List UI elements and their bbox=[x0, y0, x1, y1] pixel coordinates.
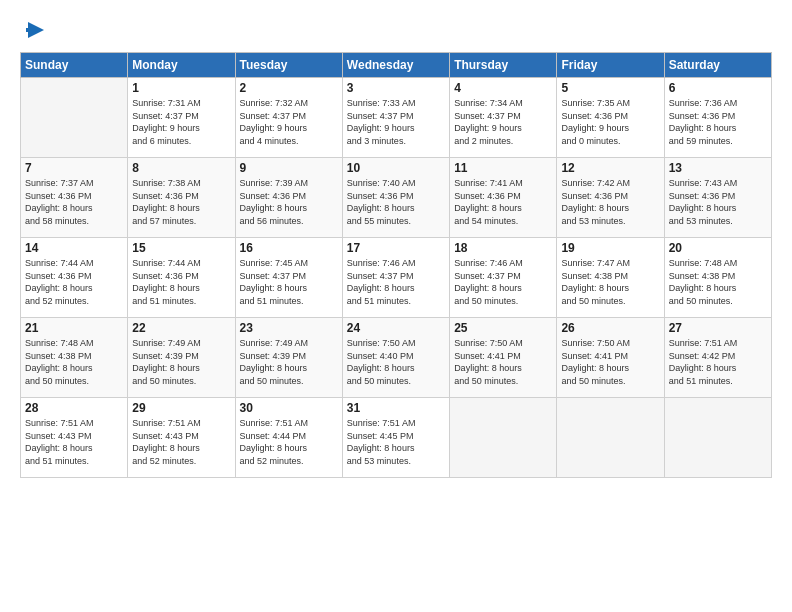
day-cell: 31Sunrise: 7:51 AMSunset: 4:45 PMDayligh… bbox=[342, 398, 449, 478]
day-number: 30 bbox=[240, 401, 338, 415]
day-cell: 23Sunrise: 7:49 AMSunset: 4:39 PMDayligh… bbox=[235, 318, 342, 398]
day-cell: 14Sunrise: 7:44 AMSunset: 4:36 PMDayligh… bbox=[21, 238, 128, 318]
day-number: 15 bbox=[132, 241, 230, 255]
day-number: 24 bbox=[347, 321, 445, 335]
day-number: 16 bbox=[240, 241, 338, 255]
day-cell: 29Sunrise: 7:51 AMSunset: 4:43 PMDayligh… bbox=[128, 398, 235, 478]
day-cell: 26Sunrise: 7:50 AMSunset: 4:41 PMDayligh… bbox=[557, 318, 664, 398]
day-cell: 25Sunrise: 7:50 AMSunset: 4:41 PMDayligh… bbox=[450, 318, 557, 398]
day-info: Sunrise: 7:51 AMSunset: 4:44 PMDaylight:… bbox=[240, 418, 309, 466]
day-number: 10 bbox=[347, 161, 445, 175]
header-cell-sunday: Sunday bbox=[21, 53, 128, 78]
day-info: Sunrise: 7:40 AMSunset: 4:36 PMDaylight:… bbox=[347, 178, 416, 226]
day-number: 6 bbox=[669, 81, 767, 95]
logo-icon bbox=[24, 18, 48, 42]
day-number: 7 bbox=[25, 161, 123, 175]
day-number: 12 bbox=[561, 161, 659, 175]
day-info: Sunrise: 7:41 AMSunset: 4:36 PMDaylight:… bbox=[454, 178, 523, 226]
day-number: 22 bbox=[132, 321, 230, 335]
day-info: Sunrise: 7:37 AMSunset: 4:36 PMDaylight:… bbox=[25, 178, 94, 226]
calendar-table: SundayMondayTuesdayWednesdayThursdayFrid… bbox=[20, 52, 772, 478]
day-info: Sunrise: 7:32 AMSunset: 4:37 PMDaylight:… bbox=[240, 98, 309, 146]
day-cell: 6Sunrise: 7:36 AMSunset: 4:36 PMDaylight… bbox=[664, 78, 771, 158]
header-row: SundayMondayTuesdayWednesdayThursdayFrid… bbox=[21, 53, 772, 78]
day-cell: 3Sunrise: 7:33 AMSunset: 4:37 PMDaylight… bbox=[342, 78, 449, 158]
day-info: Sunrise: 7:39 AMSunset: 4:36 PMDaylight:… bbox=[240, 178, 309, 226]
day-cell: 19Sunrise: 7:47 AMSunset: 4:38 PMDayligh… bbox=[557, 238, 664, 318]
day-info: Sunrise: 7:43 AMSunset: 4:36 PMDaylight:… bbox=[669, 178, 738, 226]
day-cell: 9Sunrise: 7:39 AMSunset: 4:36 PMDaylight… bbox=[235, 158, 342, 238]
day-info: Sunrise: 7:50 AMSunset: 4:40 PMDaylight:… bbox=[347, 338, 416, 386]
day-cell: 12Sunrise: 7:42 AMSunset: 4:36 PMDayligh… bbox=[557, 158, 664, 238]
day-number: 29 bbox=[132, 401, 230, 415]
day-number: 25 bbox=[454, 321, 552, 335]
page: SundayMondayTuesdayWednesdayThursdayFrid… bbox=[0, 0, 792, 612]
day-info: Sunrise: 7:44 AMSunset: 4:36 PMDaylight:… bbox=[132, 258, 201, 306]
day-info: Sunrise: 7:50 AMSunset: 4:41 PMDaylight:… bbox=[561, 338, 630, 386]
day-info: Sunrise: 7:47 AMSunset: 4:38 PMDaylight:… bbox=[561, 258, 630, 306]
day-info: Sunrise: 7:50 AMSunset: 4:41 PMDaylight:… bbox=[454, 338, 523, 386]
day-number: 28 bbox=[25, 401, 123, 415]
day-info: Sunrise: 7:51 AMSunset: 4:43 PMDaylight:… bbox=[25, 418, 94, 466]
day-info: Sunrise: 7:49 AMSunset: 4:39 PMDaylight:… bbox=[240, 338, 309, 386]
day-cell: 1Sunrise: 7:31 AMSunset: 4:37 PMDaylight… bbox=[128, 78, 235, 158]
day-number: 3 bbox=[347, 81, 445, 95]
logo bbox=[20, 18, 48, 42]
day-cell: 4Sunrise: 7:34 AMSunset: 4:37 PMDaylight… bbox=[450, 78, 557, 158]
day-cell: 16Sunrise: 7:45 AMSunset: 4:37 PMDayligh… bbox=[235, 238, 342, 318]
day-cell: 24Sunrise: 7:50 AMSunset: 4:40 PMDayligh… bbox=[342, 318, 449, 398]
day-cell: 30Sunrise: 7:51 AMSunset: 4:44 PMDayligh… bbox=[235, 398, 342, 478]
day-cell: 28Sunrise: 7:51 AMSunset: 4:43 PMDayligh… bbox=[21, 398, 128, 478]
day-number: 31 bbox=[347, 401, 445, 415]
day-cell: 13Sunrise: 7:43 AMSunset: 4:36 PMDayligh… bbox=[664, 158, 771, 238]
day-info: Sunrise: 7:44 AMSunset: 4:36 PMDaylight:… bbox=[25, 258, 94, 306]
day-number: 5 bbox=[561, 81, 659, 95]
header bbox=[20, 18, 772, 42]
day-number: 23 bbox=[240, 321, 338, 335]
day-number: 26 bbox=[561, 321, 659, 335]
day-info: Sunrise: 7:38 AMSunset: 4:36 PMDaylight:… bbox=[132, 178, 201, 226]
day-number: 21 bbox=[25, 321, 123, 335]
day-number: 8 bbox=[132, 161, 230, 175]
day-info: Sunrise: 7:31 AMSunset: 4:37 PMDaylight:… bbox=[132, 98, 201, 146]
day-info: Sunrise: 7:51 AMSunset: 4:42 PMDaylight:… bbox=[669, 338, 738, 386]
day-cell: 27Sunrise: 7:51 AMSunset: 4:42 PMDayligh… bbox=[664, 318, 771, 398]
header-cell-friday: Friday bbox=[557, 53, 664, 78]
day-cell: 2Sunrise: 7:32 AMSunset: 4:37 PMDaylight… bbox=[235, 78, 342, 158]
day-number: 1 bbox=[132, 81, 230, 95]
day-info: Sunrise: 7:35 AMSunset: 4:36 PMDaylight:… bbox=[561, 98, 630, 146]
header-cell-wednesday: Wednesday bbox=[342, 53, 449, 78]
week-row-0: 1Sunrise: 7:31 AMSunset: 4:37 PMDaylight… bbox=[21, 78, 772, 158]
day-number: 11 bbox=[454, 161, 552, 175]
day-info: Sunrise: 7:42 AMSunset: 4:36 PMDaylight:… bbox=[561, 178, 630, 226]
day-cell: 10Sunrise: 7:40 AMSunset: 4:36 PMDayligh… bbox=[342, 158, 449, 238]
day-cell: 21Sunrise: 7:48 AMSunset: 4:38 PMDayligh… bbox=[21, 318, 128, 398]
day-info: Sunrise: 7:34 AMSunset: 4:37 PMDaylight:… bbox=[454, 98, 523, 146]
day-cell: 20Sunrise: 7:48 AMSunset: 4:38 PMDayligh… bbox=[664, 238, 771, 318]
week-row-3: 21Sunrise: 7:48 AMSunset: 4:38 PMDayligh… bbox=[21, 318, 772, 398]
day-number: 4 bbox=[454, 81, 552, 95]
day-cell: 7Sunrise: 7:37 AMSunset: 4:36 PMDaylight… bbox=[21, 158, 128, 238]
day-info: Sunrise: 7:51 AMSunset: 4:45 PMDaylight:… bbox=[347, 418, 416, 466]
svg-rect-1 bbox=[26, 28, 32, 32]
day-number: 17 bbox=[347, 241, 445, 255]
day-info: Sunrise: 7:48 AMSunset: 4:38 PMDaylight:… bbox=[669, 258, 738, 306]
day-number: 13 bbox=[669, 161, 767, 175]
day-info: Sunrise: 7:48 AMSunset: 4:38 PMDaylight:… bbox=[25, 338, 94, 386]
day-info: Sunrise: 7:45 AMSunset: 4:37 PMDaylight:… bbox=[240, 258, 309, 306]
week-row-2: 14Sunrise: 7:44 AMSunset: 4:36 PMDayligh… bbox=[21, 238, 772, 318]
day-number: 27 bbox=[669, 321, 767, 335]
day-cell: 22Sunrise: 7:49 AMSunset: 4:39 PMDayligh… bbox=[128, 318, 235, 398]
day-number: 2 bbox=[240, 81, 338, 95]
day-number: 14 bbox=[25, 241, 123, 255]
day-info: Sunrise: 7:36 AMSunset: 4:36 PMDaylight:… bbox=[669, 98, 738, 146]
day-info: Sunrise: 7:46 AMSunset: 4:37 PMDaylight:… bbox=[454, 258, 523, 306]
header-cell-saturday: Saturday bbox=[664, 53, 771, 78]
week-row-4: 28Sunrise: 7:51 AMSunset: 4:43 PMDayligh… bbox=[21, 398, 772, 478]
day-cell: 11Sunrise: 7:41 AMSunset: 4:36 PMDayligh… bbox=[450, 158, 557, 238]
day-info: Sunrise: 7:33 AMSunset: 4:37 PMDaylight:… bbox=[347, 98, 416, 146]
day-info: Sunrise: 7:46 AMSunset: 4:37 PMDaylight:… bbox=[347, 258, 416, 306]
header-cell-monday: Monday bbox=[128, 53, 235, 78]
day-cell: 15Sunrise: 7:44 AMSunset: 4:36 PMDayligh… bbox=[128, 238, 235, 318]
day-number: 20 bbox=[669, 241, 767, 255]
